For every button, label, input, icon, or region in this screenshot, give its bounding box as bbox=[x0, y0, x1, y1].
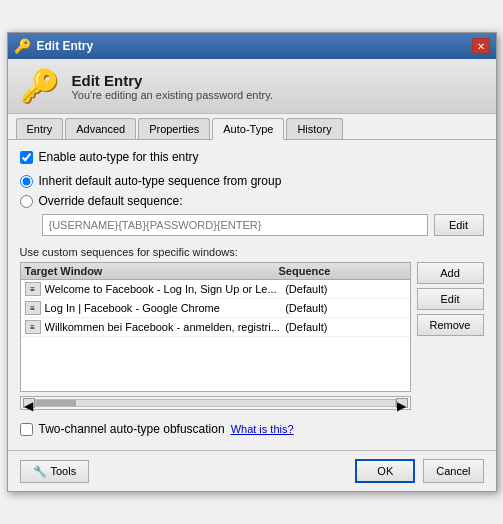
title-bar-left: 🔑 Edit Entry bbox=[14, 38, 94, 54]
sequence-edit-button[interactable]: Edit bbox=[434, 214, 484, 236]
sequence-input[interactable] bbox=[42, 214, 428, 236]
tools-button[interactable]: 🔧 Tools bbox=[20, 460, 90, 483]
title-bar: 🔑 Edit Entry ✕ bbox=[8, 33, 496, 59]
table-row[interactable]: ≡ Welcome to Facebook - Log In, Sign Up … bbox=[21, 280, 410, 299]
content-area: Enable auto-type for this entry Inherit … bbox=[8, 140, 496, 446]
override-radio-label: Override default sequence: bbox=[39, 194, 183, 208]
window-title: Edit Entry bbox=[37, 39, 94, 53]
row-window: Welcome to Facebook - Log In, Sign Up or… bbox=[45, 283, 286, 295]
inherit-radio-label: Inherit default auto-type sequence from … bbox=[39, 174, 282, 188]
add-button[interactable]: Add bbox=[417, 262, 484, 284]
footer-left: 🔧 Tools bbox=[20, 460, 90, 483]
override-radio-row: Override default sequence: bbox=[20, 194, 484, 208]
sequences-table[interactable]: Target Window Sequence ≡ Welcome to Face… bbox=[20, 262, 411, 392]
table-row[interactable]: ≡ Willkommen bei Facebook - anmelden, re… bbox=[21, 318, 410, 337]
row-sequence: (Default) bbox=[285, 283, 405, 295]
header-text: Edit Entry You're editing an existing pa… bbox=[72, 72, 273, 101]
tab-history[interactable]: History bbox=[286, 118, 342, 139]
header-subtitle: You're editing an existing password entr… bbox=[72, 89, 273, 101]
table-section: Target Window Sequence ≡ Welcome to Face… bbox=[20, 262, 484, 418]
scroll-track[interactable] bbox=[35, 399, 396, 407]
inherit-radio-row: Inherit default auto-type sequence from … bbox=[20, 174, 484, 188]
enable-autotype-checkbox[interactable] bbox=[20, 151, 33, 164]
sequence-row: Edit bbox=[20, 214, 484, 236]
tools-label: Tools bbox=[51, 465, 77, 477]
tab-advanced[interactable]: Advanced bbox=[65, 118, 136, 139]
tools-icon: 🔧 bbox=[33, 465, 47, 478]
scroll-thumb bbox=[36, 400, 76, 406]
header-section: 🔑 Edit Entry You're editing an existing … bbox=[8, 59, 496, 114]
edit-table-button[interactable]: Edit bbox=[417, 288, 484, 310]
table-area: Target Window Sequence ≡ Welcome to Face… bbox=[20, 262, 411, 418]
table-row[interactable]: ≡ Log In | Facebook - Google Chrome (Def… bbox=[21, 299, 410, 318]
col-sequence-header: Sequence bbox=[279, 265, 406, 277]
table-actions: Add Edit Remove bbox=[417, 262, 484, 336]
table-header: Target Window Sequence bbox=[21, 263, 410, 280]
obfuscation-label: Two-channel auto-type obfuscation bbox=[39, 422, 225, 436]
tab-autotype[interactable]: Auto-Type bbox=[212, 118, 284, 140]
row-icon: ≡ bbox=[25, 301, 41, 315]
header-icon: 🔑 bbox=[20, 67, 60, 105]
row-icon: ≡ bbox=[25, 282, 41, 296]
obfuscation-row: Two-channel auto-type obfuscation What i… bbox=[20, 422, 484, 436]
scroll-left-button[interactable]: ◀ bbox=[23, 398, 35, 408]
remove-button[interactable]: Remove bbox=[417, 314, 484, 336]
tabs-bar: Entry Advanced Properties Auto-Type Hist… bbox=[8, 114, 496, 140]
ok-button[interactable]: OK bbox=[355, 459, 415, 483]
cancel-button[interactable]: Cancel bbox=[423, 459, 483, 483]
footer-right: OK Cancel bbox=[355, 459, 483, 483]
what-is-this-link[interactable]: What is this? bbox=[231, 423, 294, 435]
col-window-header: Target Window bbox=[25, 265, 279, 277]
tab-entry[interactable]: Entry bbox=[16, 118, 64, 139]
override-radio[interactable] bbox=[20, 195, 33, 208]
inherit-radio[interactable] bbox=[20, 175, 33, 188]
tab-properties[interactable]: Properties bbox=[138, 118, 210, 139]
custom-sequences-label: Use custom sequences for specific window… bbox=[20, 246, 484, 258]
enable-autotype-label: Enable auto-type for this entry bbox=[39, 150, 199, 164]
horizontal-scrollbar[interactable]: ◀ ▶ bbox=[20, 396, 411, 410]
row-sequence: (Default) bbox=[285, 321, 405, 333]
obfuscation-checkbox[interactable] bbox=[20, 423, 33, 436]
close-button[interactable]: ✕ bbox=[472, 38, 490, 54]
enable-autotype-row: Enable auto-type for this entry bbox=[20, 150, 484, 164]
header-title: Edit Entry bbox=[72, 72, 273, 89]
window-icon: 🔑 bbox=[14, 38, 31, 54]
row-window: Willkommen bei Facebook - anmelden, regi… bbox=[45, 321, 286, 333]
row-sequence: (Default) bbox=[285, 302, 405, 314]
main-window: 🔑 Edit Entry ✕ 🔑 Edit Entry You're editi… bbox=[7, 32, 497, 492]
footer: 🔧 Tools OK Cancel bbox=[8, 450, 496, 491]
row-icon: ≡ bbox=[25, 320, 41, 334]
row-window: Log In | Facebook - Google Chrome bbox=[45, 302, 286, 314]
scroll-right-button[interactable]: ▶ bbox=[396, 398, 408, 408]
